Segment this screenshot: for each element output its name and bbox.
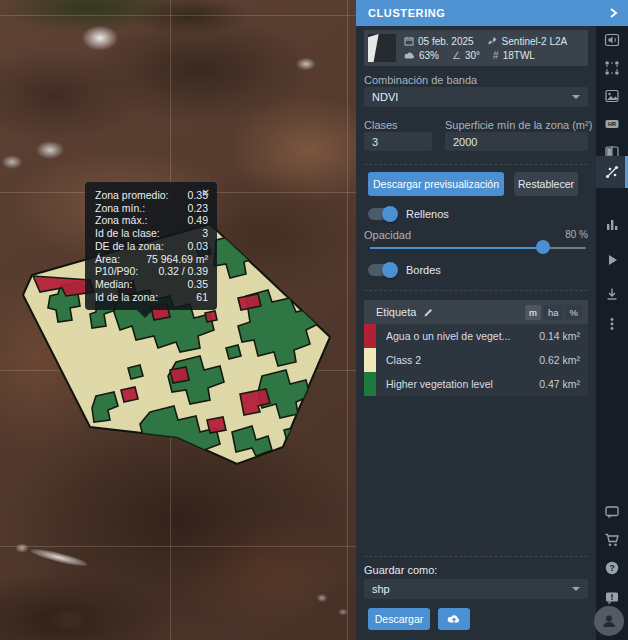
scene-sun-angle: ∠ 30° [452,50,480,61]
tool-image-icon[interactable] [596,82,628,110]
calendar-icon [404,36,414,46]
opacity-value: 80 % [565,229,588,240]
class-color-chip [364,348,376,372]
panel-title: CLUSTERING [368,7,446,19]
tooltip-value: 0.03 [188,240,208,253]
tooltip-label: Zona mín.: [95,202,145,215]
unit-button-pct[interactable]: % [566,305,582,320]
class-label: Higher vegetation level [386,378,493,390]
tooltip-label: DE de la zona: [95,240,164,253]
unit-button-m[interactable]: m [525,305,541,320]
legend-row[interactable]: Class 2 0.62 km² [364,348,588,372]
svg-text:?: ? [609,563,614,573]
clustering-zones-layer[interactable] [0,0,356,640]
tool-play-icon[interactable] [596,246,628,274]
tool-speaker-icon[interactable] [596,26,628,54]
unit-button-ha[interactable]: ha [544,305,563,320]
scene-tile: # 18TWL [493,50,535,61]
tooltip-value: 75 964.69 m² [146,253,208,266]
fills-toggle-label: Rellenos [406,208,449,220]
cloud-icon [404,51,415,60]
tooltip-value: 0.32 / 0.39 [158,265,208,278]
cloud-upload-button[interactable] [438,608,470,630]
tooltip-value: 0.49 [188,214,208,227]
divider [364,556,588,557]
tooltip-label: Zona máx.: [95,214,148,227]
tooltip-label: Id de la zona: [95,291,158,304]
band-combination-label: Combinación de banda [364,74,477,86]
clustering-panel: 05 feb. 2025 Sentinel-2 L2A 63% ∠ 30° # [356,26,596,640]
tool-more-kebab-icon[interactable] [596,310,628,338]
class-color-chip [364,324,376,348]
band-combination-select[interactable]: NDVI [364,87,588,107]
cloud-upload-icon [447,613,461,624]
tooltip-close-icon[interactable]: ✕ [202,188,210,198]
chat-icon[interactable] [596,498,628,526]
tooltip-value: 61 [196,291,208,304]
tool-download-icon[interactable] [596,280,628,308]
tooltip-label: Zona promedio: [95,189,169,202]
borders-toggle[interactable] [368,264,396,276]
chevron-down-icon [572,95,580,99]
legend-title: Etiqueta [376,306,416,318]
person-icon [600,612,618,630]
scene-date: 05 feb. 2025 [404,36,474,47]
cart-icon[interactable] [596,526,628,554]
help-icon[interactable]: ? [596,554,628,582]
hash-icon: # [493,50,499,61]
chevron-down-icon [572,587,580,591]
opacity-slider-fill [370,247,543,249]
borders-toggle-label: Bordes [406,264,441,276]
tool-hr-badge-icon[interactable]: HR [596,110,628,138]
tooltip-label: Área: [95,253,120,266]
min-area-label: Superficie mín de la zona (m²) [445,119,592,131]
min-area-input[interactable]: 2000 [445,132,588,151]
divider [364,164,588,165]
edit-pencil-icon[interactable] [423,307,434,318]
legend-row[interactable]: Higher vegetation level 0.47 km² [364,372,588,396]
zone-info-tooltip: ✕ Zona promedio:0.35 Zona mín.:0.23 Zona… [85,182,217,310]
tool-aoi-frame-icon[interactable] [596,54,628,82]
tooltip-label: P10/P90: [95,265,138,278]
class-area-value: 0.14 km² [539,330,580,342]
fills-toggle[interactable] [368,208,396,220]
tooltip-value: 3 [202,227,208,240]
class-area-value: 0.62 km² [539,354,580,366]
tooltip-label: Median: [95,278,132,291]
reset-button[interactable]: Restablecer [514,172,578,196]
tool-rail: HR ? [596,26,628,640]
download-preview-button[interactable]: Descargar previsualización [368,172,504,196]
scene-thumbnail [368,34,396,62]
tooltip-value: 0.35 [188,278,208,291]
account-avatar[interactable] [594,606,624,636]
download-button[interactable]: Descargar [368,608,430,630]
class-label: Class 2 [386,354,421,366]
tool-analytics-bars-icon[interactable] [596,210,628,238]
legend-header: Etiqueta m ha % [364,300,588,324]
scene-satellite: Sentinel-2 L2A [487,36,568,47]
satellite-icon [487,36,498,46]
divider [364,290,588,291]
map-canvas[interactable]: ✕ Zona promedio:0.35 Zona mín.:0.23 Zona… [0,0,356,640]
collapse-panel-icon[interactable] [607,6,619,20]
class-area-value: 0.47 km² [539,378,580,390]
classes-input[interactable]: 3 [364,132,432,151]
class-color-chip [364,372,376,396]
save-as-label: Guardar como: [364,564,437,576]
class-label: Agua o un nivel de veget... [386,330,510,342]
legend-block: Etiqueta m ha % Agua o un nivel de veget… [364,300,588,396]
tooltip-label: Id de la clase: [95,227,160,240]
opacity-label: Opacidad [364,229,411,241]
svg-text:HR: HR [608,121,616,127]
tooltip-value: 0.23 [188,202,208,215]
scene-cloud-cover: 63% [404,50,439,61]
save-format-select[interactable]: shp [364,579,588,599]
legend-row[interactable]: Agua o un nivel de veget... 0.14 km² [364,324,588,348]
scene-card[interactable]: 05 feb. 2025 Sentinel-2 L2A 63% ∠ 30° # [364,30,588,66]
opacity-slider-thumb[interactable] [536,240,550,254]
classes-label: Clases [364,119,398,131]
tool-clustering-icon[interactable] [596,156,628,188]
angle-icon: ∠ [452,50,461,61]
panel-header: CLUSTERING [356,0,628,26]
